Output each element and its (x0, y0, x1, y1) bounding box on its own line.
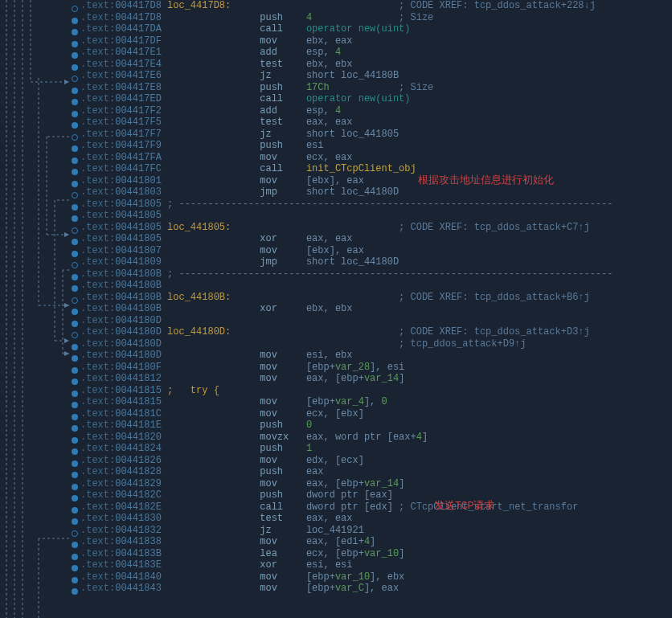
breakpoint-bullet[interactable] (72, 6, 78, 12)
asm-line[interactable]: .text:00441824 push 1 (80, 443, 672, 455)
asm-line[interactable]: .text:0044183B lea ecx, [ebp+var_10] (80, 548, 672, 560)
asm-line[interactable]: .text:004417ED call operator new(uint) (80, 93, 672, 105)
breakpoint-bullet[interactable] (72, 507, 78, 514)
breakpoint-bullet[interactable] (72, 134, 78, 141)
breakpoint-bullet[interactable] (72, 169, 78, 175)
breakpoint-bullet[interactable] (72, 215, 78, 222)
asm-line[interactable]: .text:004417E1 add esp, 4 (80, 47, 672, 59)
asm-line[interactable]: .text:004417E8 push 17Ch ; Size (80, 82, 672, 94)
asm-line[interactable]: .text:0044183E xor esi, esi (80, 559, 672, 571)
breakpoint-bullet[interactable] (72, 530, 78, 537)
asm-line[interactable]: .text:00441820 movzx eax, word ptr [eax+… (80, 432, 672, 444)
asm-line[interactable]: .text:0044180B loc_44180B: ; CODE XREF: … (80, 292, 672, 304)
asm-line[interactable]: .text:00441826 mov edx, [ecx] (80, 455, 672, 467)
breakpoint-bullet[interactable] (72, 321, 78, 327)
breakpoint-bullet[interactable] (72, 554, 78, 560)
asm-line[interactable]: .text:0044181C mov ecx, [ebx] (80, 408, 672, 420)
asm-line[interactable]: .text:00441832 jz loc_441921 (80, 525, 672, 537)
asm-line[interactable]: .text:00441809 jmp short loc_44180D (80, 256, 672, 268)
breakpoint-bullet[interactable] (72, 99, 78, 105)
asm-line[interactable]: .text:0044180B (80, 280, 672, 292)
asm-line[interactable]: .text:0044180B ; -----------------------… (80, 268, 672, 280)
breakpoint-bullet[interactable] (72, 460, 78, 467)
breakpoint-bullet[interactable] (72, 542, 78, 548)
breakpoint-bullet[interactable] (72, 41, 78, 47)
asm-line[interactable]: .text:004417F2 add esp, 4 (80, 105, 672, 117)
asm-line[interactable]: .text:00441805 (80, 210, 672, 222)
asm-line[interactable]: .text:004417D8 push 4 ; Size (80, 12, 672, 24)
asm-line[interactable]: .text:00441803 jmp short loc_44180D (80, 186, 672, 198)
asm-line[interactable]: .text:0044181E push 0 (80, 420, 672, 432)
asm-line[interactable]: .text:00441815 ; try { (80, 385, 672, 397)
asm-line[interactable]: .text:00441815 mov [ebp+var_4], 0 (80, 396, 672, 408)
asm-line[interactable]: .text:00441812 mov eax, [ebp+var_14] (80, 373, 672, 385)
asm-line[interactable]: .text:004417F9 push esi (80, 140, 672, 152)
breakpoint-bullet[interactable] (72, 495, 78, 501)
breakpoint-bullet[interactable] (72, 297, 78, 304)
asm-line[interactable]: .text:0044180D mov esi, ebx (80, 350, 672, 362)
asm-line[interactable]: .text:004417FC call init_CTcpClient_obj (80, 163, 672, 175)
breakpoint-bullet[interactable] (72, 437, 78, 444)
asm-line[interactable]: .text:00441840 mov [ebp+var_10], ebx (80, 571, 672, 583)
asm-line[interactable]: .text:004417D8 loc_4417D8: ; CODE XREF: … (80, 0, 672, 12)
breakpoint-bullet[interactable] (72, 391, 78, 397)
breakpoint-bullet[interactable] (72, 309, 78, 315)
breakpoint-bullet[interactable] (72, 344, 78, 350)
breakpoint-bullet[interactable] (72, 76, 78, 82)
breakpoint-bullet[interactable] (72, 145, 78, 152)
asm-line[interactable]: .text:004417F7 jz short loc_441805 (80, 129, 672, 141)
asm-line[interactable]: .text:0044180D ; tcp_ddos_attack+D9↑j (80, 338, 672, 350)
asm-line[interactable]: .text:00441838 mov eax, [edi+4] (80, 536, 672, 548)
breakpoint-bullet[interactable] (72, 192, 78, 198)
breakpoint-bullet[interactable] (72, 577, 78, 583)
breakpoint-bullet[interactable] (72, 64, 78, 71)
asm-line[interactable]: .text:0044182C push dword ptr [eax] (80, 489, 672, 501)
asm-line[interactable]: .text:00441830 test eax, eax (80, 513, 672, 525)
breakpoint-bullet[interactable] (72, 274, 78, 280)
asm-line[interactable]: .text:0044180D (80, 315, 672, 327)
asm-line[interactable]: .text:00441805 xor eax, eax (80, 233, 672, 245)
asm-line[interactable]: .text:0044180F mov [ebp+var_28], esi (80, 362, 672, 374)
asm-line[interactable]: .text:0044182E call dword ptr [edx] ; CT… (80, 501, 672, 514)
asm-line[interactable]: .text:004417F5 test eax, eax (80, 117, 672, 129)
asm-line[interactable]: .text:00441843 mov [ebp+var_C], eax (80, 583, 672, 595)
asm-line[interactable]: .text:00441829 mov eax, [ebp+var_14] (80, 478, 672, 490)
breakpoint-bullet[interactable] (72, 379, 78, 385)
breakpoint-bullet[interactable] (72, 239, 78, 245)
breakpoint-bullet[interactable] (72, 262, 78, 268)
breakpoint-bullet[interactable] (72, 355, 78, 362)
asm-line[interactable]: .text:00441805 loc_441805: ; CODE XREF: … (80, 222, 672, 234)
breakpoint-bullet[interactable] (72, 367, 78, 374)
breakpoint-bullet[interactable] (72, 565, 78, 571)
asm-line[interactable]: .text:004417DF mov ebx, eax (80, 35, 672, 47)
breakpoint-bullet[interactable] (72, 251, 78, 257)
breakpoint-bullet[interactable] (72, 158, 78, 164)
breakpoint-bullet[interactable] (72, 227, 78, 234)
asm-line[interactable]: .text:00441828 push eax (80, 466, 672, 478)
breakpoint-bullet[interactable] (72, 414, 78, 420)
asm-line[interactable]: .text:004417FA mov ecx, eax (80, 152, 672, 164)
asm-line[interactable]: .text:004417E6 jz short loc_44180B (80, 70, 672, 82)
breakpoint-bullet[interactable] (72, 425, 78, 432)
asm-line[interactable]: .text:00441801 mov [ebx], eax (80, 175, 672, 187)
asm-line[interactable]: .text:004417E4 test ebx, ebx (80, 59, 672, 71)
asm-line[interactable]: .text:00441805 ; -----------------------… (80, 198, 672, 211)
breakpoint-bullet[interactable] (72, 518, 78, 525)
asm-line[interactable]: .text:004417DA call operator new(uint) (80, 23, 672, 35)
breakpoint-bullet[interactable] (72, 448, 78, 455)
breakpoint-bullet[interactable] (72, 204, 78, 211)
breakpoint-bullet[interactable] (72, 588, 78, 595)
asm-line[interactable]: .text:0044180D loc_44180D: ; CODE XREF: … (80, 326, 672, 338)
breakpoint-bullet[interactable] (72, 88, 78, 94)
asm-line[interactable]: .text:00441807 mov [ebx], eax (80, 245, 672, 257)
breakpoint-bullet[interactable] (72, 111, 78, 117)
breakpoint-bullet[interactable] (72, 332, 78, 338)
breakpoint-bullet[interactable] (72, 181, 78, 187)
breakpoint-bullet[interactable] (72, 402, 78, 408)
breakpoint-bullet[interactable] (72, 29, 78, 35)
breakpoint-bullet[interactable] (72, 18, 78, 24)
breakpoint-bullet[interactable] (72, 484, 78, 490)
breakpoint-bullet[interactable] (72, 52, 78, 59)
breakpoint-bullet[interactable] (72, 472, 78, 478)
breakpoint-bullet[interactable] (72, 122, 78, 129)
